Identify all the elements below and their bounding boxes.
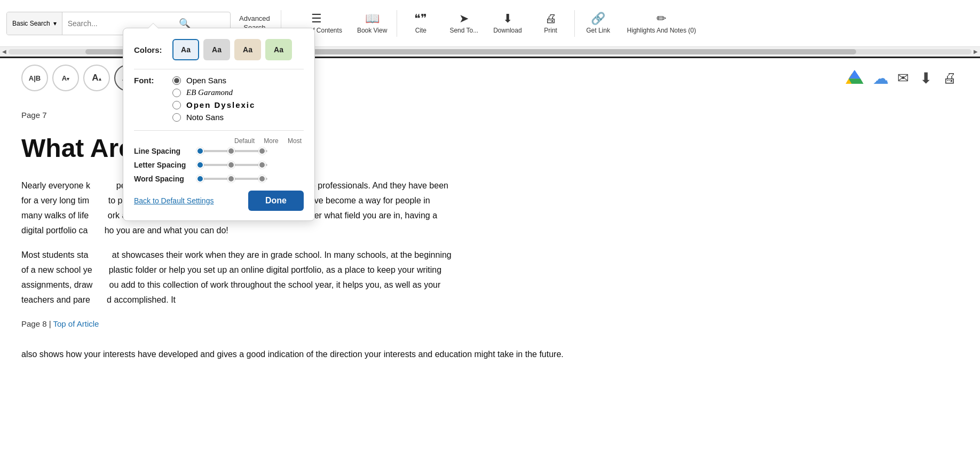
font-open-sans-option[interactable]: Open Sans [172,76,255,85]
color-white-button[interactable]: Aa [172,39,199,60]
cite-button[interactable]: ❝❞ Cite [399,10,442,37]
word-spacing-dot-most [258,175,266,183]
letter-spacing-dot-most [258,161,266,169]
article-paragraph-2: Most students sta at showcases their wor… [21,248,959,307]
word-spacing-row: Word Spacing [134,175,304,183]
search-type-dropdown[interactable]: Basic Search ▾ [7,12,62,35]
reading-print-icon: 🖨 [941,68,959,89]
font-eb-garamond-option[interactable]: EB Garamond [172,88,255,97]
highlights-notes-icon: ✏ [657,13,666,25]
spacing-most-label: Most [288,137,302,145]
get-link-button[interactable]: 🔗 Get Link [577,10,620,37]
search-type-label: Basic Search [12,20,50,27]
font-open-sans-radio[interactable] [172,76,181,85]
line-spacing-slider[interactable] [198,150,267,152]
back-to-default-button[interactable]: Back to Default Settings [134,196,214,205]
book-view-icon: 📖 [365,13,380,25]
scroll-right-arrow[interactable]: ▶ [974,49,978,54]
google-drive-icon [843,66,866,90]
line-spacing-label: Line Spacing [134,147,198,155]
color-options: Aa Aa Aa Aa [172,39,292,60]
email-button[interactable]: ✉ [895,68,911,89]
search-icon: 🔍 [179,18,191,29]
letter-spacing-label: Letter Spacing [134,161,198,169]
letter-spacing-slider[interactable] [198,164,267,166]
reading-tools-right: ☁ ✉ ⬇ 🖨 [843,66,959,90]
colors-row: Colors: Aa Aa Aa Aa [134,39,304,60]
get-link-label: Get Link [586,27,610,34]
color-green-label: Aa [274,45,283,54]
line-spacing-dot-more [227,147,235,155]
bottom-text: also shows how your interests have devel… [21,350,564,359]
print-button[interactable]: 🖨 Print [529,10,572,37]
download-icon: ⬇ [503,13,512,25]
font-increase-button[interactable]: A▴ [83,65,110,91]
font-noto-sans-label: Noto Sans [186,113,224,122]
table-of-contents-icon: ☰ [311,13,322,25]
send-to-label: Send To... [449,27,478,34]
font-noto-sans-option[interactable]: Noto Sans [172,113,255,122]
reading-print-button[interactable]: 🖨 [941,68,959,89]
top-of-article-link[interactable]: Top of Article [53,319,99,328]
dropdown-arrow-icon: ▾ [53,20,57,27]
book-view-button[interactable]: 📖 Book View [350,10,394,37]
color-gray-button[interactable]: Aa [203,39,230,60]
letter-spacing-row: Letter Spacing [134,161,304,169]
color-tan-label: Aa [243,45,252,54]
color-gray-label: Aa [212,45,222,54]
word-spacing-dot-default [196,175,204,183]
font-decrease-button[interactable]: A▾ [52,65,79,91]
letter-spacing-track [198,164,267,166]
scroll-left-arrow[interactable]: ◀ [2,49,6,54]
mail-icon: ✉ [895,68,911,89]
line-spacing-dot-most [258,147,266,155]
font-label: Font: [134,76,172,85]
spacing-header: Default More Most [134,137,304,145]
highlights-notes-label: Highlights And Notes (0) [627,27,696,34]
popup-arrow [148,23,159,28]
done-label: Done [265,196,287,205]
spacing-default-label: Default [234,137,255,145]
font-decrease-icon: A▾ [62,74,69,82]
highlight-toggle-button[interactable]: A|B [21,65,48,91]
color-white-label: Aa [181,45,191,54]
color-tan-button[interactable]: Aa [234,39,261,60]
print-label: Print [544,27,557,34]
book-view-label: Book View [357,27,387,34]
print-icon: 🖨 [545,13,557,25]
download-button[interactable]: ⬇ Download [486,10,529,37]
font-noto-sans-radio[interactable] [172,113,181,122]
send-to-button[interactable]: ➤ Send To... [442,10,486,37]
font-eb-garamond-radio[interactable] [172,89,181,97]
popup-divider-2 [134,130,304,131]
font-options: Open Sans EB Garamond Open Dyslexic Noto… [172,76,255,122]
reading-download-icon: ⬇ [918,67,934,89]
reading-download-button[interactable]: ⬇ [918,67,934,89]
word-spacing-slider[interactable] [198,178,267,180]
word-spacing-label: Word Spacing [134,175,198,183]
cloud-save-button[interactable]: ☁ [873,69,889,88]
highlight-icon: A|B [29,74,41,82]
display-settings-popup: Colors: Aa Aa Aa Aa Font: Open Sans [123,28,315,221]
word-spacing-dot-more [227,175,235,183]
cite-icon: ❝❞ [414,13,427,25]
font-open-dyslexic-label: Open Dyslexic [186,100,255,109]
color-green-button[interactable]: Aa [265,39,292,60]
spacing-more-label: More [264,137,278,145]
get-link-icon: 🔗 [591,13,605,25]
word-spacing-track [198,178,267,180]
letter-spacing-dot-more [227,161,235,169]
send-to-icon: ➤ [459,13,469,25]
cite-label: Cite [415,27,426,34]
google-drive-button[interactable] [843,66,866,90]
done-button[interactable]: Done [248,191,304,211]
font-open-dyslexic-radio[interactable] [172,101,181,109]
back-to-default-label: Back to Default Settings [134,196,214,205]
line-spacing-track [198,150,267,152]
line-spacing-row: Line Spacing [134,147,304,155]
bottom-text-area: also shows how your interests have devel… [0,342,980,367]
popup-footer: Back to Default Settings Done [134,191,304,211]
font-open-dyslexic-option[interactable]: Open Dyslexic [172,100,255,109]
highlights-notes-button[interactable]: ✏ Highlights And Notes (0) [620,10,704,37]
line-spacing-dot-default [196,147,204,155]
